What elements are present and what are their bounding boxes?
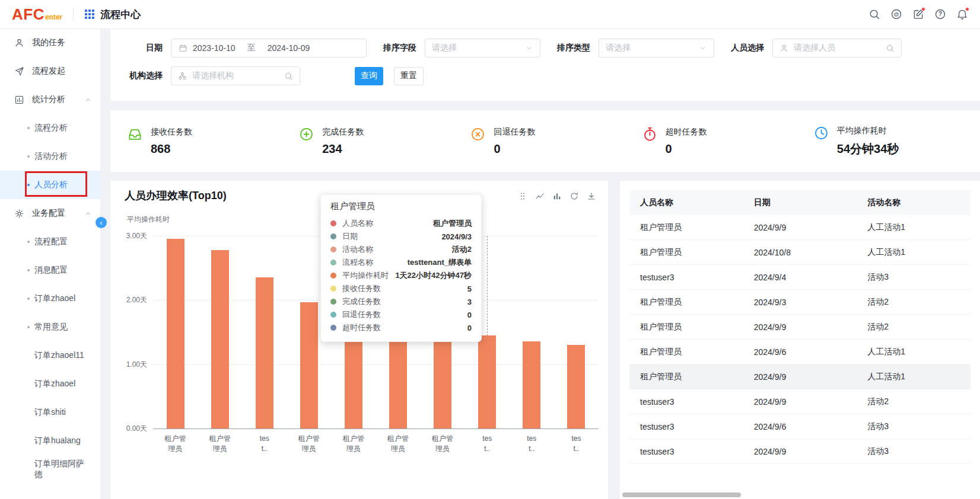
logo-text-main: AFC	[12, 5, 44, 24]
x-axis-labels: 租户管 理员租户管 理员tes t..租户管 理员租户管 理员租户管 理员租户管…	[153, 434, 599, 454]
bar[interactable]	[300, 302, 318, 428]
bar[interactable]	[345, 329, 362, 428]
org-select-input[interactable]: 请选择机构	[171, 66, 300, 85]
table-row[interactable]: testuser32024/9/6活动3	[629, 414, 971, 439]
compose-icon[interactable]	[912, 8, 924, 20]
table-header-cell: 日期	[743, 197, 857, 208]
sidebar-item-7[interactable]: 业务配置	[0, 199, 100, 228]
sort-type-select[interactable]: 请选择	[599, 39, 714, 57]
table-cell: 2024/9/9	[743, 322, 857, 332]
sidebar-item-1[interactable]: 我的任务	[0, 28, 100, 57]
table-cell: 租户管理员	[629, 247, 743, 258]
x-axis-label: 租户管 理员	[153, 434, 198, 454]
sidebar-item-label: 订单zhaoel	[34, 293, 75, 304]
sidebar-item-4[interactable]: 流程分析	[0, 114, 100, 142]
sidebar-item-13[interactable]: 订单zhaoel	[0, 370, 100, 398]
table-row[interactable]: 租户管理员2024/9/9人工活动1	[629, 364, 971, 389]
data-view-icon[interactable]	[518, 191, 527, 201]
date-separator: 至	[247, 43, 256, 53]
bar[interactable]	[389, 331, 407, 428]
table-cell: 2024/9/6	[743, 347, 857, 357]
bar[interactable]	[211, 250, 229, 428]
table-row[interactable]: 租户管理员2024/10/8人工活动1	[629, 240, 971, 265]
sidebar-item-5[interactable]: 活动分析	[0, 142, 100, 171]
search-icon[interactable]	[284, 72, 293, 81]
series-dot-icon	[330, 299, 336, 305]
line-chart-icon[interactable]	[535, 191, 545, 201]
reset-button[interactable]: 重置	[394, 67, 424, 85]
table-cell: 2024/9/4	[743, 273, 857, 282]
bar-slot	[510, 236, 554, 428]
sidebar-item-label: 订单明细阿萨德	[34, 459, 92, 480]
sidebar-item-12[interactable]: 订单zhaoel11	[0, 341, 100, 370]
svg-text:?: ?	[938, 11, 942, 17]
table-row[interactable]: testuser32024/9/9活动2	[629, 389, 971, 414]
sidebar-item-3[interactable]: 统计分析	[0, 85, 100, 114]
bar[interactable]	[256, 277, 273, 428]
search-icon[interactable]	[868, 8, 880, 20]
horizontal-scrollbar-thumb[interactable]	[622, 492, 741, 497]
table-cell: testuser3	[629, 422, 743, 431]
sidebar-item-16[interactable]: 订单明细阿萨德	[0, 455, 100, 484]
series-dot-icon	[330, 260, 336, 266]
query-button[interactable]: 查询	[355, 67, 383, 85]
sidebar-item-label: 统计分析	[32, 94, 65, 105]
bar[interactable]	[434, 332, 451, 429]
sidebar-item-9[interactable]: 消息配置	[0, 256, 100, 284]
user-icon	[14, 38, 24, 48]
table-header: 人员名称日期活动名称	[629, 190, 971, 215]
table-row[interactable]: 租户管理员2024/9/3活动2	[629, 290, 971, 315]
afc-logo: AFC enter	[12, 5, 62, 24]
table-row[interactable]: 租户管理员2024/9/6人工活动1	[629, 340, 971, 364]
sidebar-item-15[interactable]: 订单hualang	[0, 427, 100, 455]
filter-row-2: 机构选择 请选择机构 查询 重置	[128, 66, 966, 85]
clock-icon	[813, 125, 829, 141]
y-tick-label: 1.00天	[126, 359, 147, 369]
table-row[interactable]: 租户管理员2024/9/9人工活动1	[629, 215, 971, 240]
sidebar-item-6[interactable]: 人员分析	[0, 171, 100, 199]
date-end-value[interactable]: 2024-10-09	[268, 43, 310, 53]
sidebar-item-11[interactable]: 常用意见	[0, 313, 100, 341]
series-dot-icon	[330, 247, 336, 252]
date-range-input[interactable]: 2023-10-10 至 2024-10-09	[171, 39, 367, 57]
top-header: AFC enter 流程中心 @ ?	[0, 0, 980, 28]
sidebar-collapse-toggle[interactable]: ‹	[96, 217, 107, 228]
table-row[interactable]: testuser32024/9/9活动3	[629, 439, 971, 464]
assistant-icon[interactable]: @	[890, 8, 902, 20]
stat-value: 54分钟34秒	[837, 141, 899, 157]
apps-grid-icon[interactable]	[84, 9, 95, 20]
svg-text:@: @	[894, 11, 899, 17]
sidebar-item-8[interactable]: 流程配置	[0, 228, 100, 256]
bar[interactable]	[478, 335, 496, 428]
download-icon[interactable]	[587, 191, 596, 201]
bell-icon[interactable]	[956, 8, 968, 20]
tooltip-row: 日期2024/9/3	[330, 230, 472, 243]
chart-toolbar	[518, 191, 596, 201]
sort-field-select[interactable]: 请选择	[425, 39, 540, 57]
sidebar-item-10[interactable]: 订单zhaoel	[0, 284, 100, 313]
table-cell: testuser3	[629, 273, 743, 282]
stat-received: 接收任务数868	[116, 127, 288, 156]
date-label: 日期	[128, 43, 163, 53]
bullet-icon	[27, 184, 30, 186]
sidebar-item-label: 订单zhaoel11	[34, 350, 84, 361]
x-axis-label: 租户管 理员	[198, 434, 242, 454]
date-start-value[interactable]: 2023-10-10	[193, 43, 236, 53]
stats-panel: 接收任务数868完成任务数234回退任务数0超时任务数0平均操作耗时54分钟34…	[110, 110, 980, 172]
search-icon[interactable]	[886, 44, 895, 53]
sidebar-item-2[interactable]: 流程发起	[0, 57, 100, 85]
person-select-input[interactable]: 请选择人员	[772, 39, 902, 57]
bar-chart-icon[interactable]	[552, 191, 562, 201]
series-dot-icon	[330, 220, 336, 226]
bar[interactable]	[523, 341, 540, 428]
bar[interactable]	[167, 239, 184, 428]
table-row[interactable]: testuser32024/9/4活动3	[629, 265, 971, 290]
table-cell: 2024/9/9	[743, 447, 857, 456]
bar[interactable]	[567, 345, 585, 428]
sidebar-item-14[interactable]: 订单shiti	[0, 398, 100, 427]
tooltip-row-label: 流程名称	[342, 257, 373, 268]
refresh-icon[interactable]	[569, 191, 579, 201]
stat-label: 完成任务数	[322, 127, 364, 137]
help-icon[interactable]: ?	[934, 8, 946, 20]
table-row[interactable]: 租户管理员2024/9/9活动2	[629, 315, 971, 340]
